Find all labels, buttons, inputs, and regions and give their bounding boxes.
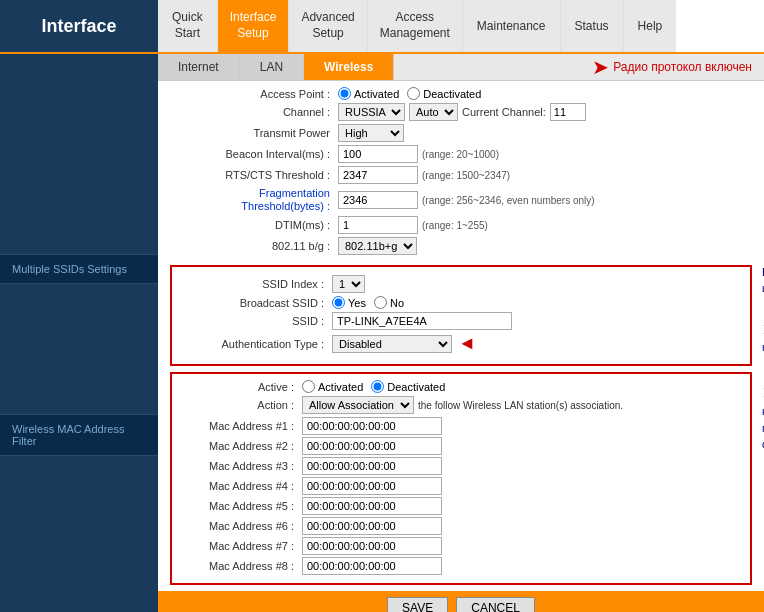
beacon-interval-label: Beacon Interval(ms) :: [168, 148, 338, 160]
sidebar: Multiple SSIDs Settings Wireless MAC Add…: [0, 54, 158, 612]
mac-address-input-5[interactable]: [302, 497, 442, 515]
nav-quick-start[interactable]: QuickStart: [158, 0, 218, 52]
channel-label: Channel :: [168, 106, 338, 118]
broadcast-no[interactable]: No: [374, 296, 404, 309]
current-channel-label: Current Channel:: [462, 106, 546, 118]
mac-address-label-1: Mac Address #1 :: [182, 420, 302, 432]
rts-cts-label: RTS/CTS Threshold :: [168, 169, 338, 181]
cancel-button[interactable]: CANCEL: [456, 597, 535, 612]
mac-address-row: Mac Address #1 :: [182, 417, 740, 435]
channel-row: Channel : RUSSIA Auto Current Channel:: [168, 103, 754, 121]
mac-active-row: Active : Activated Deactivated: [182, 380, 740, 393]
fragmentation-row: FragmentationThreshold(bytes) : (range: …: [168, 187, 754, 213]
mac-address-row: Mac Address #4 :: [182, 477, 740, 495]
dtim-label: DTIM(ms) :: [168, 219, 338, 231]
channel-controls: RUSSIA Auto Current Channel:: [338, 103, 586, 121]
fragmentation-label: FragmentationThreshold(bytes) :: [168, 187, 338, 213]
mac-action-label: Action :: [182, 399, 302, 411]
mac-address-input-6[interactable]: [302, 517, 442, 535]
auth-type-row: Authentication Type : Disabled ◄: [182, 333, 740, 354]
dtim-row: DTIM(ms) : (range: 1~255): [168, 216, 754, 234]
beacon-interval-range: (range: 20~1000): [422, 149, 499, 160]
save-button[interactable]: SAVE: [387, 597, 448, 612]
mac-address-label-3: Mac Address #3 :: [182, 460, 302, 472]
nav-help[interactable]: Help: [624, 0, 677, 52]
access-point-activated[interactable]: Activated: [338, 87, 399, 100]
tab-lan[interactable]: LAN: [240, 54, 304, 80]
fragmentation-range: (range: 256~2346, even numbers only): [422, 195, 595, 206]
mac-deactivated[interactable]: Deactivated: [371, 380, 445, 393]
nav-interface-setup[interactable]: InterfaceSetup: [218, 0, 290, 52]
channel-country-select[interactable]: RUSSIA: [338, 103, 405, 121]
transmit-power-label: Transmit Power: [168, 127, 338, 139]
auth-type-label: Authentication Type :: [182, 338, 332, 350]
broadcast-ssid-options: Yes No: [332, 296, 404, 309]
ssid-section-box: SSID Index : 1234 Broadcast SSID : Yes: [170, 265, 752, 366]
form-area: Access Point : Activated Deactivated Cha…: [158, 81, 764, 265]
mac-addresses: Mac Address #1 :Mac Address #2 :Mac Addr…: [182, 417, 740, 575]
mac-address-input-8[interactable]: [302, 557, 442, 575]
mac-activated[interactable]: Activated: [302, 380, 363, 393]
mac-action-note: the follow Wireless LAN station(s) assoc…: [418, 400, 623, 411]
mode-select[interactable]: 802.11b+g802.11b802.11g: [338, 237, 417, 255]
sidebar-header: Interface: [0, 0, 158, 52]
mac-address-label-8: Mac Address #8 :: [182, 560, 302, 572]
mac-address-row: Mac Address #5 :: [182, 497, 740, 515]
rts-cts-input[interactable]: [338, 166, 418, 184]
broadcast-ssid-label: Broadcast SSID :: [182, 297, 332, 309]
mac-action-row: Action : Allow Association the follow Wi…: [182, 396, 740, 414]
tab-wireless[interactable]: Wireless: [304, 54, 394, 80]
mac-address-input-3[interactable]: [302, 457, 442, 475]
access-point-deactivated[interactable]: Deactivated: [407, 87, 481, 100]
mac-action-select[interactable]: Allow Association: [302, 396, 414, 414]
sidebar-item-wireless-mac[interactable]: Wireless MAC Address Filter: [0, 414, 158, 456]
nav-status[interactable]: Status: [561, 0, 624, 52]
nav-advanced-setup[interactable]: AdvancedSetup: [289, 0, 367, 52]
ssid-index-label: SSID Index :: [182, 278, 332, 290]
mac-filter-box: Active : Activated Deactivated Act: [170, 372, 752, 585]
mac-active-label: Active :: [182, 381, 302, 393]
dtim-input[interactable]: [338, 216, 418, 234]
bottom-bar: SAVE CANCEL: [158, 591, 764, 612]
nav-maintenance[interactable]: Maintenance: [463, 0, 561, 52]
access-point-options: Activated Deactivated: [338, 87, 481, 100]
mac-address-input-4[interactable]: [302, 477, 442, 495]
current-channel-input[interactable]: [550, 103, 586, 121]
rts-cts-range: (range: 1500~2347): [422, 170, 510, 181]
broadcast-ssid-row: Broadcast SSID : Yes No: [182, 296, 740, 309]
broadcast-yes[interactable]: Yes: [332, 296, 366, 309]
mac-address-row: Mac Address #3 :: [182, 457, 740, 475]
mac-address-input-1[interactable]: [302, 417, 442, 435]
mac-active-options: Activated Deactivated: [302, 380, 445, 393]
transmit-power-row: Transmit Power HighMediumLow: [168, 124, 754, 142]
mac-address-row: Mac Address #6 :: [182, 517, 740, 535]
transmit-power-select[interactable]: HighMediumLow: [338, 124, 404, 142]
mac-address-input-2[interactable]: [302, 437, 442, 455]
radio-note: Радио протокол включен: [613, 60, 752, 74]
ssid-label: SSID :: [182, 315, 332, 327]
ssid-index-row: SSID Index : 1234: [182, 275, 740, 293]
sub-nav: Internet LAN Wireless ➤ Радио протокол в…: [158, 54, 764, 81]
ssid-index-select[interactable]: 1234: [332, 275, 365, 293]
mac-address-label-6: Mac Address #6 :: [182, 520, 302, 532]
ssid-input[interactable]: [332, 312, 512, 330]
sidebar-item-multiple-ssids[interactable]: Multiple SSIDs Settings: [0, 254, 158, 284]
beacon-interval-input[interactable]: [338, 145, 418, 163]
access-point-row: Access Point : Activated Deactivated: [168, 87, 754, 100]
mac-address-input-7[interactable]: [302, 537, 442, 555]
mode-label: 802.11 b/g :: [168, 240, 338, 252]
tab-internet[interactable]: Internet: [158, 54, 240, 80]
fragmentation-input[interactable]: [338, 191, 418, 209]
interface-title: Interface: [41, 16, 116, 37]
mode-row: 802.11 b/g : 802.11b+g802.11b802.11g: [168, 237, 754, 255]
channel-auto-select[interactable]: Auto: [409, 103, 458, 121]
access-point-label: Access Point :: [168, 88, 338, 100]
nav-access-management[interactable]: AccessManagement: [368, 0, 463, 52]
mac-address-label-7: Mac Address #7 :: [182, 540, 302, 552]
dtim-range: (range: 1~255): [422, 220, 488, 231]
ssid-row: SSID :: [182, 312, 740, 330]
auth-type-select[interactable]: Disabled: [332, 335, 452, 353]
auth-arrow-icon: ◄: [458, 333, 476, 354]
arrow-icon: ➤: [592, 55, 609, 79]
top-nav: QuickStart InterfaceSetup AdvancedSetup …: [158, 0, 764, 52]
